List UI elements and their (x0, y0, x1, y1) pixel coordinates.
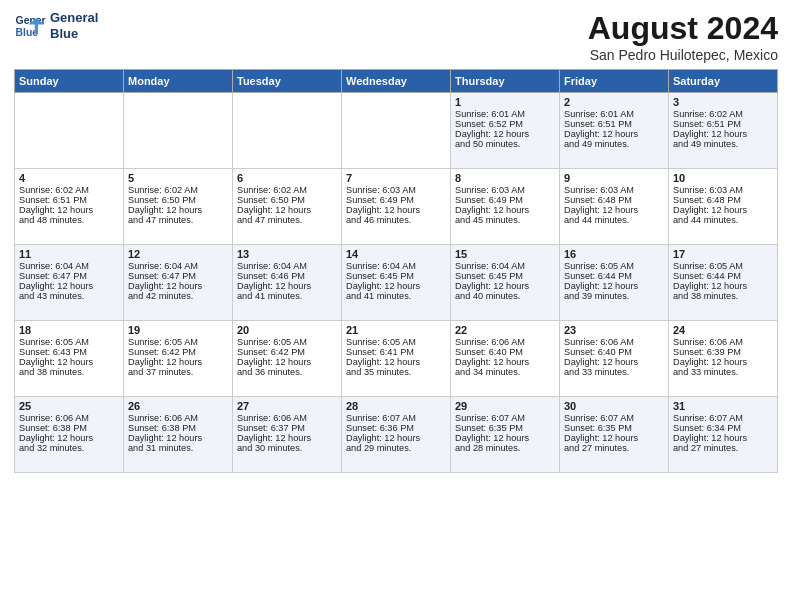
day-info: Sunrise: 6:03 AM (564, 185, 664, 195)
calendar-cell: 29Sunrise: 6:07 AMSunset: 6:35 PMDayligh… (451, 397, 560, 473)
day-number: 19 (128, 324, 228, 336)
logo: General Blue General Blue (14, 10, 98, 42)
calendar-cell: 2Sunrise: 6:01 AMSunset: 6:51 PMDaylight… (560, 93, 669, 169)
day-info: Sunset: 6:49 PM (346, 195, 446, 205)
day-info: and 36 minutes. (237, 367, 337, 377)
day-info: Sunrise: 6:04 AM (346, 261, 446, 271)
day-info: Sunset: 6:45 PM (346, 271, 446, 281)
day-number: 5 (128, 172, 228, 184)
col-header-thursday: Thursday (451, 70, 560, 93)
day-number: 9 (564, 172, 664, 184)
day-info: Daylight: 12 hours (564, 433, 664, 443)
day-info: Sunset: 6:45 PM (455, 271, 555, 281)
calendar-cell: 21Sunrise: 6:05 AMSunset: 6:41 PMDayligh… (342, 321, 451, 397)
day-info: Daylight: 12 hours (237, 357, 337, 367)
day-info: and 31 minutes. (128, 443, 228, 453)
calendar-cell: 16Sunrise: 6:05 AMSunset: 6:44 PMDayligh… (560, 245, 669, 321)
day-info: Sunrise: 6:05 AM (673, 261, 773, 271)
day-info: and 47 minutes. (237, 215, 337, 225)
day-info: Daylight: 12 hours (19, 205, 119, 215)
day-info: Sunset: 6:43 PM (19, 347, 119, 357)
calendar-cell: 6Sunrise: 6:02 AMSunset: 6:50 PMDaylight… (233, 169, 342, 245)
calendar-cell: 12Sunrise: 6:04 AMSunset: 6:47 PMDayligh… (124, 245, 233, 321)
day-info: and 35 minutes. (346, 367, 446, 377)
day-number: 26 (128, 400, 228, 412)
day-info: and 42 minutes. (128, 291, 228, 301)
day-info: and 41 minutes. (346, 291, 446, 301)
day-info: and 39 minutes. (564, 291, 664, 301)
day-info: and 46 minutes. (346, 215, 446, 225)
calendar-week-row: 11Sunrise: 6:04 AMSunset: 6:47 PMDayligh… (15, 245, 778, 321)
calendar-cell (15, 93, 124, 169)
calendar-week-row: 25Sunrise: 6:06 AMSunset: 6:38 PMDayligh… (15, 397, 778, 473)
day-info: Daylight: 12 hours (19, 433, 119, 443)
day-info: Sunrise: 6:02 AM (19, 185, 119, 195)
day-info: Sunrise: 6:04 AM (128, 261, 228, 271)
day-number: 24 (673, 324, 773, 336)
day-info: and 33 minutes. (564, 367, 664, 377)
logo-text: General Blue (50, 10, 98, 41)
col-header-monday: Monday (124, 70, 233, 93)
col-header-saturday: Saturday (669, 70, 778, 93)
calendar-cell: 26Sunrise: 6:06 AMSunset: 6:38 PMDayligh… (124, 397, 233, 473)
day-info: Sunrise: 6:05 AM (237, 337, 337, 347)
calendar-cell (342, 93, 451, 169)
day-info: Sunset: 6:35 PM (564, 423, 664, 433)
day-info: Sunset: 6:47 PM (128, 271, 228, 281)
day-number: 31 (673, 400, 773, 412)
day-info: Sunset: 6:37 PM (237, 423, 337, 433)
logo-icon: General Blue (14, 10, 46, 42)
col-header-friday: Friday (560, 70, 669, 93)
calendar-cell: 1Sunrise: 6:01 AMSunset: 6:52 PMDaylight… (451, 93, 560, 169)
page-header: General Blue General Blue August 2024 Sa… (14, 10, 778, 63)
calendar-cell: 24Sunrise: 6:06 AMSunset: 6:39 PMDayligh… (669, 321, 778, 397)
main-title: August 2024 (588, 10, 778, 47)
day-number: 27 (237, 400, 337, 412)
day-info: Sunset: 6:36 PM (346, 423, 446, 433)
day-number: 22 (455, 324, 555, 336)
day-number: 28 (346, 400, 446, 412)
day-info: Sunset: 6:41 PM (346, 347, 446, 357)
day-number: 29 (455, 400, 555, 412)
day-info: Sunset: 6:34 PM (673, 423, 773, 433)
calendar-cell: 27Sunrise: 6:06 AMSunset: 6:37 PMDayligh… (233, 397, 342, 473)
day-number: 23 (564, 324, 664, 336)
calendar-cell: 25Sunrise: 6:06 AMSunset: 6:38 PMDayligh… (15, 397, 124, 473)
day-info: Sunrise: 6:06 AM (19, 413, 119, 423)
day-info: Sunrise: 6:05 AM (346, 337, 446, 347)
day-info: Sunrise: 6:02 AM (128, 185, 228, 195)
title-block: August 2024 San Pedro Huilotepec, Mexico (588, 10, 778, 63)
day-info: Sunset: 6:38 PM (128, 423, 228, 433)
day-info: Sunrise: 6:04 AM (237, 261, 337, 271)
calendar-week-row: 1Sunrise: 6:01 AMSunset: 6:52 PMDaylight… (15, 93, 778, 169)
calendar-cell: 13Sunrise: 6:04 AMSunset: 6:46 PMDayligh… (233, 245, 342, 321)
subtitle: San Pedro Huilotepec, Mexico (588, 47, 778, 63)
calendar-header-row: SundayMondayTuesdayWednesdayThursdayFrid… (15, 70, 778, 93)
calendar-week-row: 4Sunrise: 6:02 AMSunset: 6:51 PMDaylight… (15, 169, 778, 245)
day-number: 1 (455, 96, 555, 108)
day-info: Daylight: 12 hours (237, 205, 337, 215)
day-info: Sunrise: 6:03 AM (455, 185, 555, 195)
day-info: Daylight: 12 hours (673, 205, 773, 215)
day-info: Sunrise: 6:03 AM (673, 185, 773, 195)
day-info: Sunrise: 6:06 AM (673, 337, 773, 347)
day-info: Sunrise: 6:04 AM (455, 261, 555, 271)
day-info: Daylight: 12 hours (564, 205, 664, 215)
day-number: 30 (564, 400, 664, 412)
day-info: Sunrise: 6:06 AM (128, 413, 228, 423)
day-info: Sunset: 6:50 PM (237, 195, 337, 205)
day-info: and 48 minutes. (19, 215, 119, 225)
day-info: Sunset: 6:51 PM (19, 195, 119, 205)
day-info: Sunrise: 6:04 AM (19, 261, 119, 271)
day-info: Sunset: 6:42 PM (128, 347, 228, 357)
calendar-cell: 7Sunrise: 6:03 AMSunset: 6:49 PMDaylight… (342, 169, 451, 245)
day-number: 4 (19, 172, 119, 184)
day-info: and 28 minutes. (455, 443, 555, 453)
day-number: 13 (237, 248, 337, 260)
day-info: Daylight: 12 hours (128, 205, 228, 215)
day-info: Sunset: 6:35 PM (455, 423, 555, 433)
day-info: Daylight: 12 hours (673, 357, 773, 367)
calendar-cell: 22Sunrise: 6:06 AMSunset: 6:40 PMDayligh… (451, 321, 560, 397)
day-info: and 47 minutes. (128, 215, 228, 225)
day-info: Daylight: 12 hours (673, 129, 773, 139)
